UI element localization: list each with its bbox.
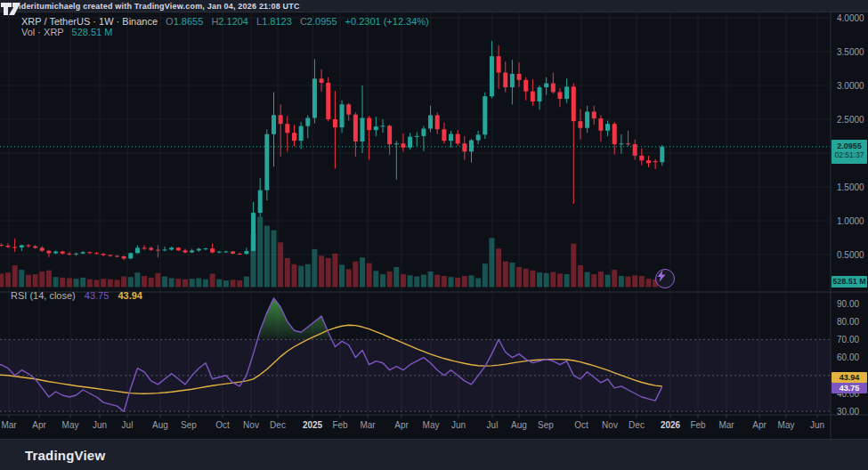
attribution-text: nderitumichaelg created with TradingView… — [16, 2, 300, 11]
chart-canvas[interactable]: 4.00003.50003.00002.50001.50001.00000.50… — [0, 12, 868, 439]
tradingview-logo-text: TradingView — [25, 448, 105, 463]
last-price-value: 2.0955 — [837, 142, 862, 150]
volume-axis-badge: 528.51 M — [831, 276, 867, 288]
svg-text:Nov: Nov — [243, 420, 259, 430]
svg-text:30.00: 30.00 — [837, 407, 859, 417]
symbol-title: XRP / TetherUS · 1W · Binance — [21, 16, 158, 27]
svg-text:60.00: 60.00 — [837, 352, 859, 362]
svg-text:Apr: Apr — [394, 420, 409, 430]
svg-text:80.00: 80.00 — [837, 317, 859, 327]
volume-legend: Vol · XRP 528.51 M — [21, 27, 112, 37]
svg-text:3.5000: 3.5000 — [837, 47, 864, 57]
volume-value: 528.51 M — [72, 27, 113, 37]
svg-text:Dec: Dec — [270, 420, 286, 430]
svg-text:Dec: Dec — [629, 420, 645, 430]
svg-text:2026: 2026 — [661, 420, 681, 430]
svg-text:0.5000: 0.5000 — [837, 250, 864, 260]
svg-text:May: May — [62, 420, 79, 430]
rsi-title: RSI (14, close) — [11, 290, 76, 301]
quick-trade-button[interactable] — [655, 269, 675, 288]
svg-text:May: May — [778, 420, 795, 430]
rsi-value-badge: 43.75 — [831, 383, 867, 393]
svg-text:Apr: Apr — [752, 420, 767, 430]
svg-text:90.00: 90.00 — [837, 299, 859, 309]
last-price-badge: 2.0955 02:51:37 — [831, 140, 867, 164]
svg-text:Aug: Aug — [152, 420, 168, 430]
svg-text:Jul: Jul — [122, 420, 134, 430]
close-label: C — [300, 16, 307, 27]
svg-text:Aug: Aug — [511, 420, 527, 430]
svg-text:Oct: Oct — [574, 420, 588, 430]
volume-label: Vol · XRP — [21, 27, 64, 37]
symbol-legend: XRP / TetherUS · 1W · Binance O1.8655 H2… — [21, 15, 429, 28]
svg-text:Mar: Mar — [360, 420, 376, 430]
svg-text:Jul: Jul — [487, 420, 499, 430]
attribution-bar: nderitumichaelg created with TradingView… — [0, 0, 868, 12]
svg-text:4.0000: 4.0000 — [837, 13, 864, 23]
rsi-line-value: 43.75 — [85, 290, 110, 301]
svg-text:Jun: Jun — [93, 420, 107, 430]
svg-text:Feb: Feb — [690, 420, 706, 430]
change-value: +0.2301 (+12.34%) — [345, 16, 429, 27]
svg-text:3.0000: 3.0000 — [837, 81, 864, 91]
high-value: 2.1204 — [218, 16, 248, 27]
svg-text:Oct: Oct — [215, 420, 230, 430]
tradingview-logo-icon — [0, 0, 23, 18]
rsi-legend: RSI (14, close) 43.75 43.94 — [11, 290, 142, 301]
chart-area[interactable]: 4.00003.50003.00002.50001.50001.00000.50… — [0, 12, 868, 439]
svg-text:1.0000: 1.0000 — [837, 216, 864, 226]
svg-text:2.5000: 2.5000 — [837, 115, 864, 125]
footer-bar: TradingView — [0, 439, 868, 470]
bar-countdown: 02:51:37 — [831, 150, 867, 159]
rsi-ma-badge: 43.94 — [831, 372, 867, 383]
svg-text:Mar: Mar — [718, 420, 734, 430]
svg-text:Jun: Jun — [810, 420, 824, 430]
svg-text:Jun: Jun — [451, 420, 466, 430]
rsi-ma-value: 43.94 — [118, 290, 142, 301]
close-value: 2.0955 — [307, 16, 337, 27]
low-value: 1.8123 — [262, 16, 292, 27]
lightning-icon — [656, 270, 667, 282]
svg-text:Sep: Sep — [538, 420, 554, 430]
open-label: O — [166, 16, 174, 27]
svg-text:Feb: Feb — [332, 420, 348, 430]
svg-text:Mar: Mar — [1, 420, 17, 430]
svg-text:1.5000: 1.5000 — [837, 182, 864, 192]
svg-text:Nov: Nov — [602, 420, 618, 430]
svg-text:May: May — [423, 420, 440, 430]
svg-text:2025: 2025 — [303, 420, 323, 430]
open-value: 1.8655 — [174, 16, 204, 27]
svg-text:70.00: 70.00 — [837, 335, 859, 344]
svg-text:Sep: Sep — [181, 420, 197, 430]
svg-text:Apr: Apr — [32, 420, 46, 430]
